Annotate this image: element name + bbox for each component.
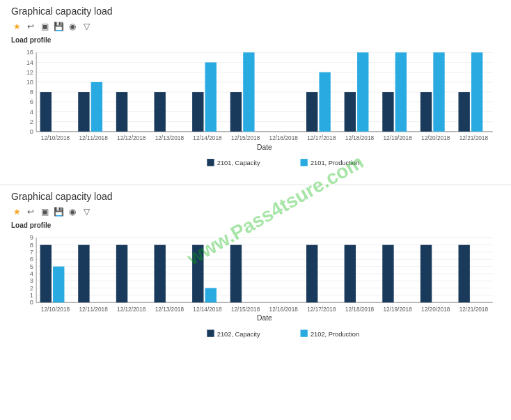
svg-rect-23 xyxy=(154,92,165,132)
svg-rect-83 xyxy=(230,244,242,302)
svg-text:2101, Capacity: 2101, Capacity xyxy=(217,160,260,166)
svg-rect-52 xyxy=(207,159,214,166)
svg-text:4: 4 xyxy=(30,270,33,277)
svg-text:12/21/2018: 12/21/2018 xyxy=(459,306,489,312)
chart-toolbar: ★↩▣💾◉▽ xyxy=(11,21,500,32)
svg-text:12/10/2018: 12/10/2018 xyxy=(41,135,70,141)
save-icon[interactable]: 💾 xyxy=(53,21,64,32)
svg-text:0: 0 xyxy=(30,299,33,306)
svg-text:12/21/2018: 12/21/2018 xyxy=(459,135,489,141)
svg-rect-87 xyxy=(420,244,432,302)
svg-rect-85 xyxy=(345,244,356,302)
svg-rect-54 xyxy=(301,159,308,166)
svg-text:12/16/2018: 12/16/2018 xyxy=(269,135,299,141)
undo-icon[interactable]: ↩ xyxy=(25,206,36,217)
svg-text:12/14/2018: 12/14/2018 xyxy=(193,306,222,312)
svg-rect-90 xyxy=(205,288,217,302)
svg-text:2102, Capacity: 2102, Capacity xyxy=(217,331,260,338)
svg-rect-33 xyxy=(243,52,254,132)
svg-rect-21 xyxy=(78,92,89,132)
svg-rect-79 xyxy=(78,244,89,302)
load-profile-label: Load profile xyxy=(11,221,500,229)
svg-rect-26 xyxy=(306,92,317,132)
svg-rect-89 xyxy=(53,266,64,302)
view-icon[interactable]: ▣ xyxy=(39,21,50,32)
chart-section-1: Graphical capacity load★↩▣💾◉▽Load profil… xyxy=(0,185,511,355)
filter-icon[interactable]: ◉ xyxy=(67,21,78,32)
svg-text:10: 10 xyxy=(26,79,33,86)
svg-rect-81 xyxy=(154,244,165,302)
svg-text:2: 2 xyxy=(30,118,33,125)
svg-rect-82 xyxy=(192,244,203,302)
svg-text:12/12/2018: 12/12/2018 xyxy=(117,306,146,312)
svg-rect-86 xyxy=(382,244,393,302)
save-icon[interactable]: 💾 xyxy=(53,206,64,217)
svg-rect-22 xyxy=(116,92,127,132)
svg-rect-29 xyxy=(420,92,432,132)
svg-text:12/11/2018: 12/11/2018 xyxy=(79,135,108,141)
svg-rect-32 xyxy=(205,63,217,132)
svg-text:9: 9 xyxy=(30,234,33,241)
svg-text:7: 7 xyxy=(30,249,33,256)
svg-text:4: 4 xyxy=(30,109,33,116)
svg-text:1: 1 xyxy=(30,292,33,299)
chart-title: Graphical capacity load xyxy=(11,191,500,202)
svg-text:12/18/2018: 12/18/2018 xyxy=(345,135,375,141)
chart-section-0: Graphical capacity load★↩▣💾◉▽Load profil… xyxy=(0,0,511,185)
svg-rect-27 xyxy=(345,92,356,132)
svg-rect-24 xyxy=(192,92,203,132)
svg-text:3: 3 xyxy=(30,277,33,284)
svg-text:12: 12 xyxy=(26,69,33,76)
svg-text:12/15/2018: 12/15/2018 xyxy=(231,135,260,141)
bar-chart: 024681012141612/10/201812/11/201812/12/2… xyxy=(11,45,500,176)
svg-rect-30 xyxy=(458,92,469,132)
svg-rect-34 xyxy=(319,72,330,132)
svg-rect-36 xyxy=(395,52,407,132)
svg-text:6: 6 xyxy=(30,98,33,105)
svg-rect-78 xyxy=(40,244,52,302)
svg-rect-20 xyxy=(40,92,52,132)
bar-chart: 012345678912/10/201812/11/201812/12/2018… xyxy=(11,231,500,347)
dropdown-icon[interactable]: ▽ xyxy=(81,206,92,217)
dropdown-icon[interactable]: ▽ xyxy=(81,21,92,32)
svg-rect-38 xyxy=(471,52,482,132)
svg-text:2101, Production: 2101, Production xyxy=(310,160,359,166)
svg-text:12/13/2018: 12/13/2018 xyxy=(155,306,184,312)
svg-rect-35 xyxy=(357,52,368,132)
svg-text:12/16/2018: 12/16/2018 xyxy=(269,306,299,312)
svg-rect-88 xyxy=(459,244,470,302)
svg-text:16: 16 xyxy=(26,49,33,56)
load-profile-label: Load profile xyxy=(11,36,500,44)
view-icon[interactable]: ▣ xyxy=(39,206,50,217)
svg-rect-37 xyxy=(433,52,444,132)
svg-rect-104 xyxy=(207,329,214,336)
svg-text:5: 5 xyxy=(30,263,33,270)
svg-rect-106 xyxy=(301,329,308,336)
svg-text:12/14/2018: 12/14/2018 xyxy=(193,135,222,141)
svg-text:12/17/2018: 12/17/2018 xyxy=(307,135,336,141)
svg-text:0: 0 xyxy=(30,128,33,135)
svg-text:12/18/2018: 12/18/2018 xyxy=(345,306,375,312)
svg-text:12/17/2018: 12/17/2018 xyxy=(307,306,336,312)
svg-text:6: 6 xyxy=(30,256,33,263)
svg-text:2102, Production: 2102, Production xyxy=(310,331,359,338)
svg-text:12/19/2018: 12/19/2018 xyxy=(383,135,412,141)
star-icon[interactable]: ★ xyxy=(11,21,22,32)
svg-text:Date: Date xyxy=(257,143,272,151)
svg-text:12/20/2018: 12/20/2018 xyxy=(421,135,450,141)
svg-text:12/15/2018: 12/15/2018 xyxy=(231,306,260,312)
undo-icon[interactable]: ↩ xyxy=(25,21,36,32)
svg-text:12/13/2018: 12/13/2018 xyxy=(155,135,184,141)
svg-text:8: 8 xyxy=(30,242,33,249)
svg-text:Date: Date xyxy=(257,314,272,322)
svg-text:12/12/2018: 12/12/2018 xyxy=(117,135,146,141)
svg-rect-84 xyxy=(306,244,317,302)
svg-text:12/19/2018: 12/19/2018 xyxy=(383,306,412,312)
star-icon[interactable]: ★ xyxy=(11,206,22,217)
svg-text:8: 8 xyxy=(30,88,33,95)
chart-toolbar: ★↩▣💾◉▽ xyxy=(11,206,500,217)
svg-text:12/20/2018: 12/20/2018 xyxy=(421,306,450,312)
filter-icon[interactable]: ◉ xyxy=(67,206,78,217)
svg-text:14: 14 xyxy=(26,59,33,66)
svg-text:2: 2 xyxy=(30,284,33,291)
